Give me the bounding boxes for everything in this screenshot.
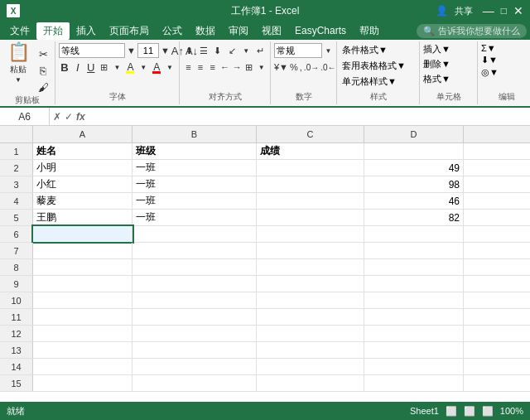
paste-button[interactable]: 📋 粘贴 ▼ — [3, 43, 33, 81]
sum-btn[interactable]: Σ▼ — [481, 43, 496, 53]
view-normal-btn[interactable]: ⬜ — [446, 406, 457, 417]
cell-d1[interactable] — [364, 143, 464, 159]
col-header-c[interactable]: C — [257, 126, 364, 142]
cell-b9[interactable] — [132, 276, 257, 292]
cell-c1[interactable]: 成绩 — [257, 143, 364, 159]
formula-input[interactable] — [89, 111, 530, 123]
cell-c2[interactable] — [257, 160, 364, 176]
font-size-input[interactable] — [137, 43, 159, 58]
cell-c8[interactable] — [257, 259, 364, 275]
cell-b14[interactable] — [132, 359, 257, 374]
cell-b2[interactable]: 一班 — [132, 160, 257, 176]
font-name-arrow[interactable]: ▼ — [127, 43, 136, 58]
wrap-text-btn[interactable]: ↵ — [254, 43, 267, 58]
cell-a14[interactable] — [33, 359, 132, 374]
number-format-arrow[interactable]: ▼ — [324, 43, 333, 58]
border-btn[interactable]: ⊞ — [99, 60, 110, 75]
format-painter-button[interactable]: 🖌 — [35, 80, 51, 94]
fill-color-arrow[interactable]: ▼ — [137, 60, 149, 75]
cell-styles-btn[interactable]: 单元格样式▼ — [340, 75, 416, 89]
decimal-decrease-btn[interactable]: .0← — [320, 60, 335, 75]
cell-d11[interactable] — [364, 309, 464, 325]
cell-c12[interactable] — [257, 326, 364, 341]
menu-item-easycharts[interactable]: EasyCharts — [288, 23, 353, 38]
menu-item-help[interactable]: 帮助 — [353, 22, 386, 40]
font-color-btn[interactable]: A — [151, 60, 162, 75]
cell-a7[interactable] — [33, 243, 132, 258]
fill-color-btn[interactable]: A — [124, 60, 136, 75]
cell-a8[interactable] — [33, 259, 132, 275]
insert-btn[interactable]: 插入▼ — [423, 43, 474, 56]
cell-c11[interactable] — [257, 309, 364, 325]
cell-b4[interactable]: 一班 — [132, 193, 257, 209]
cell-d15[interactable] — [364, 375, 464, 391]
bold-button[interactable]: B — [59, 60, 70, 75]
cell-a6[interactable] — [33, 226, 132, 242]
align-center-btn[interactable]: ≡ — [195, 60, 206, 75]
cell-d8[interactable] — [364, 259, 464, 275]
cut-button[interactable]: ✂ — [35, 46, 51, 61]
indent-btn[interactable]: → — [232, 60, 243, 75]
format-btn[interactable]: 格式▼ — [423, 73, 474, 85]
cancel-icon[interactable]: ✗ — [53, 111, 61, 123]
align-top-btn[interactable]: ⬆ — [183, 43, 195, 58]
cell-b8[interactable] — [132, 259, 257, 275]
fill-btn[interactable]: ⬇▼ — [481, 55, 498, 65]
cell-d2[interactable]: 49 — [364, 160, 464, 176]
cell-b6[interactable] — [132, 226, 257, 242]
merge-btn[interactable]: ⊞ — [244, 60, 255, 75]
view-break-btn[interactable]: ⬜ — [482, 406, 494, 417]
border-arrow[interactable]: ▼ — [112, 60, 123, 75]
cell-c14[interactable] — [257, 359, 364, 374]
col-header-b[interactable]: B — [132, 126, 257, 142]
cell-d6[interactable] — [364, 226, 464, 242]
cell-a3[interactable]: 小红 — [33, 176, 132, 192]
cell-c9[interactable] — [257, 276, 364, 292]
italic-button[interactable]: I — [72, 60, 84, 75]
cell-b7[interactable] — [132, 243, 257, 258]
cell-d12[interactable] — [364, 326, 464, 341]
conditional-format-btn[interactable]: 条件格式▼ — [340, 43, 416, 57]
menu-item-formula[interactable]: 公式 — [156, 22, 189, 40]
cell-d4[interactable]: 46 — [364, 193, 464, 209]
cell-c5[interactable] — [257, 210, 364, 225]
cell-a9[interactable] — [33, 276, 132, 292]
share-btn[interactable]: 共享 — [455, 5, 473, 17]
cell-a13[interactable] — [33, 342, 132, 358]
cell-d3[interactable]: 98 — [364, 176, 464, 192]
cell-d5[interactable]: 82 — [364, 210, 464, 225]
cell-d14[interactable] — [364, 359, 464, 374]
font-name-input[interactable] — [59, 43, 125, 58]
search-box[interactable]: 🔍 告诉我你想要做什么 — [417, 24, 527, 38]
cell-d13[interactable] — [364, 342, 464, 358]
cell-c3[interactable] — [257, 176, 364, 192]
number-format-input[interactable] — [274, 43, 322, 58]
align-left-btn[interactable]: ≡ — [183, 60, 194, 75]
cell-d7[interactable] — [364, 243, 464, 258]
cell-a15[interactable] — [33, 375, 132, 391]
cell-c10[interactable] — [257, 292, 364, 308]
font-color-arrow[interactable]: ▼ — [164, 60, 176, 75]
font-size-arrow[interactable]: ▼ — [161, 43, 170, 58]
cell-ref-box[interactable]: A6 — [0, 108, 50, 126]
cell-b10[interactable] — [132, 292, 257, 308]
align-bottom-btn[interactable]: ⬇ — [211, 43, 224, 58]
cell-b12[interactable] — [132, 326, 257, 341]
cell-b11[interactable] — [132, 309, 257, 325]
col-header-d[interactable]: D — [364, 126, 464, 142]
copy-button[interactable]: ⎘ — [35, 63, 51, 78]
fx-icon[interactable]: fx — [76, 111, 85, 123]
cell-b13[interactable] — [132, 342, 257, 358]
menu-item-review[interactable]: 审阅 — [222, 22, 255, 40]
currency-btn[interactable]: ¥▼ — [274, 60, 288, 75]
cell-d9[interactable] — [364, 276, 464, 292]
cell-c7[interactable] — [257, 243, 364, 258]
menu-item-view[interactable]: 视图 — [255, 22, 288, 40]
cell-b3[interactable]: 一班 — [132, 176, 257, 192]
maximize-btn[interactable]: □ — [501, 5, 507, 17]
cell-b5[interactable]: 一班 — [132, 210, 257, 225]
confirm-icon[interactable]: ✓ — [65, 111, 73, 123]
cell-b1[interactable]: 班级 — [132, 143, 257, 159]
close-btn[interactable]: ✕ — [513, 4, 523, 17]
menu-item-data[interactable]: 数据 — [189, 22, 222, 40]
